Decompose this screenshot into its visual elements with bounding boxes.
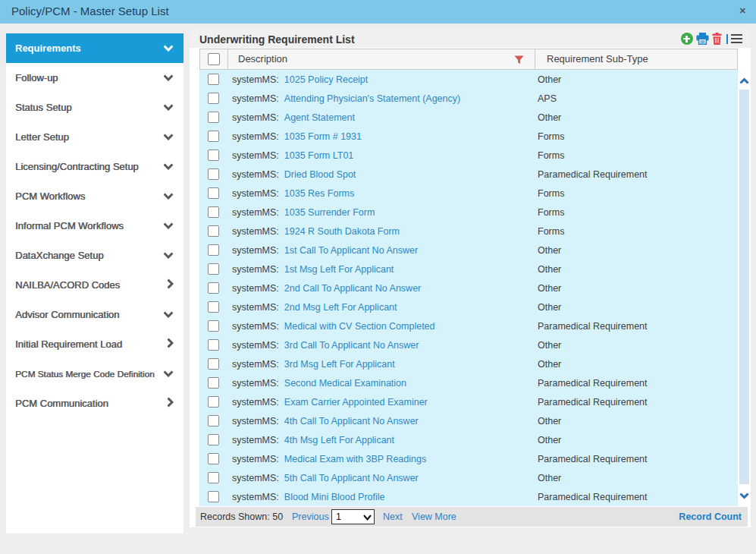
- window-titlebar: Policy/PCM - Master Setup List ✕: [0, 0, 756, 24]
- chevron-right-icon: [162, 279, 174, 291]
- row-checkbox[interactable]: [208, 206, 219, 218]
- filter-icon[interactable]: [514, 55, 524, 65]
- row-description-link[interactable]: 1st Msg Left For Applicant: [284, 264, 394, 275]
- row-checkbox[interactable]: [208, 472, 219, 483]
- row-sub-type: Other: [535, 416, 738, 427]
- row-description-link[interactable]: 2nd Call To Applicant No Answer: [284, 283, 421, 294]
- select-all-checkbox[interactable]: [208, 53, 220, 65]
- row-checkbox-cell: [199, 434, 227, 445]
- row-checkbox-cell: [199, 131, 227, 142]
- sidebar-item-pcm-status-merge-code-definition[interactable]: PCM Status Merge Code Definition: [6, 359, 184, 389]
- row-description-cell: systemMS:1035 Form LT01: [227, 150, 535, 161]
- row-checkbox[interactable]: [208, 339, 219, 351]
- sidebar-item-label: Advisor Communication: [15, 309, 119, 320]
- row-checkbox[interactable]: [208, 491, 219, 502]
- row-description-link[interactable]: 1st Call To Applicant No Answer: [284, 245, 418, 256]
- row-description-link[interactable]: Medical Exam with 3BP Readings: [284, 454, 426, 464]
- sidebar-item-dataxchange-setup[interactable]: DataXchange Setup: [6, 241, 184, 270]
- sidebar-item-follow-up[interactable]: Follow-up: [6, 63, 184, 93]
- sidebar-item-pcm-communication[interactable]: PCM Communication: [6, 389, 184, 418]
- row-checkbox[interactable]: [208, 112, 219, 123]
- row-prefix: systemMS:: [232, 454, 279, 464]
- row-description-link[interactable]: Blood Mini Blood Profile: [284, 492, 385, 502]
- row-checkbox[interactable]: [208, 131, 219, 142]
- row-description-link[interactable]: Medical with CV Section Completed: [284, 321, 435, 332]
- row-description-link[interactable]: 3rd Call To Applicant No Answer: [284, 340, 419, 351]
- sidebar-item-letter-setup[interactable]: Letter Setup: [6, 122, 184, 152]
- sidebar-item-nailba-acord-codes[interactable]: NAILBA/ACORD Codes: [6, 270, 184, 300]
- column-sub-type[interactable]: Requirement Sub-Type: [535, 49, 737, 69]
- row-checkbox-cell: [199, 150, 227, 161]
- sidebar-item-informal-pcm-workflows[interactable]: Informal PCM Workflows: [6, 211, 184, 241]
- row-description-link[interactable]: 4th Call To Applicant No Answer: [284, 416, 419, 427]
- row-checkbox[interactable]: [208, 74, 219, 85]
- row-checkbox[interactable]: [208, 187, 219, 199]
- sidebar-item-advisor-communication[interactable]: Advisor Communication: [6, 300, 184, 329]
- row-description-link[interactable]: 1025 Policy Receipt: [284, 74, 368, 85]
- table-row: systemMS:4th Msg Left For ApplicantOther: [199, 430, 738, 449]
- row-description-link[interactable]: 2nd Msg Left For Applicant: [284, 302, 397, 313]
- row-checkbox[interactable]: [208, 453, 219, 464]
- scroll-down-icon[interactable]: [739, 492, 749, 499]
- row-checkbox-cell: [199, 472, 227, 483]
- row-description-link[interactable]: Dried Blood Spot: [284, 169, 356, 180]
- row-checkbox[interactable]: [208, 320, 219, 332]
- sidebar-item-initial-requirement-load[interactable]: Initial Requirement Load: [6, 329, 184, 359]
- chevron-down-icon: [158, 131, 174, 143]
- row-description-link[interactable]: 1035 Form LT01: [284, 150, 353, 161]
- scroll-up-icon[interactable]: [739, 77, 749, 85]
- view-more-button[interactable]: View More: [412, 507, 456, 527]
- row-description-link[interactable]: 1035 Form # 1931: [284, 131, 362, 142]
- row-description-link[interactable]: 5th Call To Applicant No Answer: [284, 473, 419, 483]
- row-prefix: systemMS:: [232, 435, 279, 445]
- row-description-link[interactable]: 4th Msg Left For Applicant: [284, 435, 394, 445]
- row-description-link[interactable]: 3rd Msg Left For Applicant: [284, 359, 395, 370]
- column-description[interactable]: Description: [228, 49, 535, 69]
- toolbar-separator: [726, 34, 729, 44]
- scrollbar-thumb[interactable]: [739, 90, 749, 484]
- row-prefix: systemMS:: [232, 188, 279, 199]
- next-button[interactable]: Next: [383, 507, 403, 527]
- chevron-down-icon: [158, 220, 174, 231]
- row-checkbox[interactable]: [208, 225, 219, 237]
- row-description-link[interactable]: 1035 Res Forms: [284, 188, 354, 199]
- row-checkbox[interactable]: [208, 168, 219, 180]
- row-checkbox[interactable]: [208, 263, 219, 275]
- row-checkbox[interactable]: [208, 301, 219, 313]
- sidebar-item-requirements[interactable]: Requirements: [6, 33, 184, 63]
- row-description-link[interactable]: 1035 Surrender Form: [284, 207, 375, 218]
- table-row: systemMS:1st Call To Applicant No Answer…: [199, 241, 738, 260]
- row-checkbox[interactable]: [208, 415, 219, 427]
- table-row: systemMS:2nd Msg Left For ApplicantOther: [199, 297, 738, 316]
- row-prefix: systemMS:: [232, 340, 279, 351]
- row-checkbox[interactable]: [208, 358, 219, 370]
- sidebar-item-licensing-contracting-setup[interactable]: Licensing/Contracting Setup: [6, 152, 184, 181]
- add-icon[interactable]: [681, 33, 693, 45]
- row-checkbox[interactable]: [208, 150, 219, 161]
- record-count-button[interactable]: Record Count: [679, 507, 742, 527]
- row-checkbox[interactable]: [208, 396, 219, 408]
- row-description-link[interactable]: Agent Statement: [284, 112, 355, 123]
- row-checkbox[interactable]: [208, 282, 219, 294]
- close-icon[interactable]: ✕: [739, 7, 746, 15]
- previous-button[interactable]: Previous: [292, 507, 329, 527]
- row-description-link[interactable]: 1924 R South Dakota Form: [284, 226, 400, 237]
- sidebar-item-pcm-workflows[interactable]: PCM Workflows: [6, 181, 184, 211]
- row-description-link[interactable]: Attending Physician's Statement (Agency): [284, 93, 460, 104]
- row-checkbox[interactable]: [208, 377, 219, 389]
- sidebar-item-status-setup[interactable]: Status Setup: [6, 93, 184, 122]
- table-row: systemMS:Medical with CV Section Complet…: [199, 316, 738, 335]
- print-icon[interactable]: [696, 33, 709, 45]
- row-description-link[interactable]: Exam Carrier Appointed Examiner: [284, 397, 428, 408]
- delete-icon[interactable]: [712, 33, 722, 45]
- row-prefix: systemMS:: [232, 245, 279, 256]
- row-checkbox[interactable]: [208, 434, 219, 445]
- chevron-down-icon: [158, 161, 174, 172]
- sidebar-item-label: DataXchange Setup: [15, 250, 103, 261]
- menu-icon[interactable]: [731, 34, 742, 43]
- header-checkbox-cell: [200, 49, 228, 69]
- row-description-link[interactable]: Second Medical Examination: [284, 378, 406, 389]
- row-checkbox[interactable]: [208, 244, 219, 256]
- row-checkbox[interactable]: [208, 93, 219, 104]
- page-select[interactable]: 1: [331, 509, 375, 524]
